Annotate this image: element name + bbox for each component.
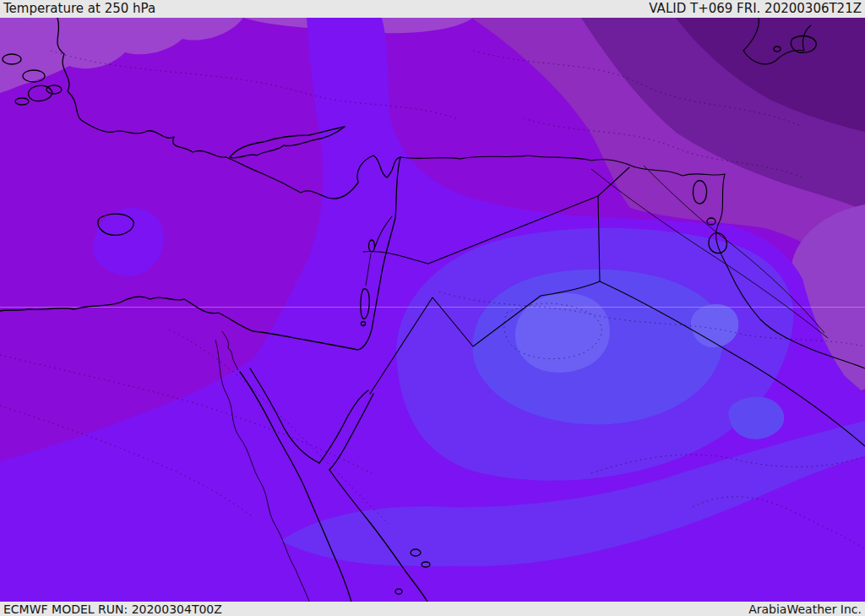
weather-map-screen: Temperature at 250 hPa VALID T+069 FRI. … [0,0,865,616]
credit-label: ArabiaWeather Inc. [748,603,862,615]
model-run-label: ECMWF MODEL RUN: 20200304T00Z [3,603,222,615]
valid-time-label: VALID T+069 FRI. 20200306T21Z [649,3,862,15]
title-bar: Temperature at 250 hPa VALID T+069 FRI. … [0,0,865,18]
map-title: Temperature at 250 hPa [3,3,155,15]
status-bar: ECMWF MODEL RUN: 20200304T00Z ArabiaWeat… [0,602,865,616]
temperature-fill-bands [0,0,865,616]
temperature-map [0,0,865,616]
